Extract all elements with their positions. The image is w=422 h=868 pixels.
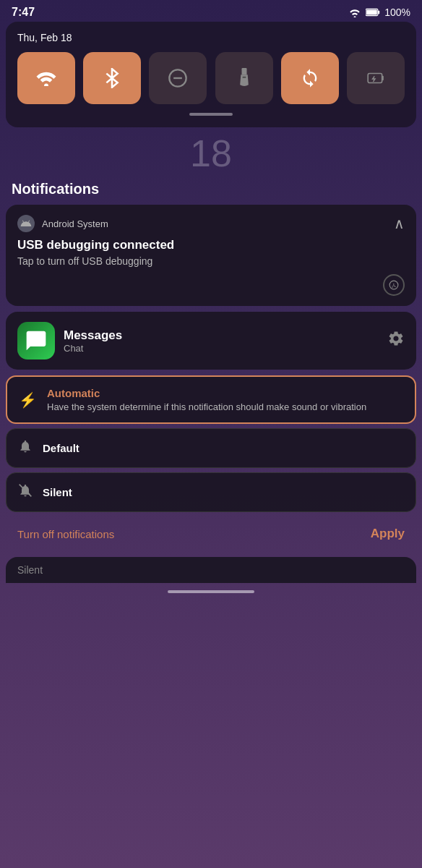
automatic-content: Automatic Have the system determine if t… xyxy=(47,387,403,412)
svg-point-4 xyxy=(44,84,48,86)
silent-title: Silent xyxy=(43,486,404,498)
turn-off-notifications-button[interactable]: Turn off notifications xyxy=(17,528,114,540)
messages-info: Messages Chat xyxy=(64,328,379,354)
qs-tile-flashlight[interactable] xyxy=(215,52,273,104)
notif-title: USB debugging connected xyxy=(17,238,405,252)
status-icons: 100% xyxy=(348,7,410,18)
qs-wifi-icon xyxy=(36,70,56,86)
android-system-app-name: Android System xyxy=(42,218,108,229)
qs-flashlight-icon xyxy=(236,68,252,88)
default-content: Default xyxy=(43,442,404,454)
snooze-button[interactable]: z xyxy=(383,274,405,296)
messages-settings-button[interactable] xyxy=(387,330,405,352)
svg-rect-7 xyxy=(241,68,246,75)
android-system-icon xyxy=(17,215,35,232)
qs-date: Thu, Feb 18 xyxy=(17,32,72,43)
svg-rect-2 xyxy=(366,10,377,15)
apply-button[interactable]: Apply xyxy=(371,527,405,541)
bottom-actions-bar: Turn off notifications Apply xyxy=(6,516,416,551)
notif-option-default[interactable]: Default xyxy=(6,428,416,468)
qs-tile-battery-saver[interactable] xyxy=(347,52,405,104)
messages-app-name: Messages xyxy=(64,328,379,343)
qs-page-indicator xyxy=(189,113,233,116)
svg-rect-8 xyxy=(242,77,246,78)
notif-expand-icon[interactable]: ∧ xyxy=(394,215,405,232)
svg-point-0 xyxy=(354,16,356,17)
qs-header: Thu, Feb 18 xyxy=(17,32,405,43)
battery-percent: 100% xyxy=(384,7,410,18)
messages-notif-header: Messages Chat xyxy=(6,312,416,370)
silent-content: Silent xyxy=(43,486,404,498)
qs-tiles-row xyxy=(17,52,405,104)
svg-rect-9 xyxy=(368,74,382,83)
messages-app-icon xyxy=(17,322,55,359)
notif-app-info: Android System xyxy=(17,215,108,232)
android-system-notification[interactable]: Android System ∧ USB debugging connected… xyxy=(6,205,416,306)
battery-icon xyxy=(366,7,380,17)
notif-option-silent[interactable]: Silent xyxy=(6,472,416,512)
messages-notification[interactable]: Messages Chat xyxy=(6,312,416,370)
svg-rect-6 xyxy=(174,77,183,79)
notif-body: Tap to turn off USB debugging xyxy=(17,255,405,267)
wifi-icon xyxy=(348,7,361,17)
automatic-desc: Have the system determine if this notifi… xyxy=(47,401,403,412)
qs-tile-rotate[interactable] xyxy=(281,52,339,104)
automatic-title: Automatic xyxy=(47,387,403,399)
qs-bluetooth-icon xyxy=(104,68,120,88)
qs-tile-bluetooth[interactable] xyxy=(83,52,141,104)
notif-app-header: Android System ∧ xyxy=(17,215,405,232)
svg-rect-3 xyxy=(378,11,379,14)
svg-rect-10 xyxy=(382,76,384,81)
automatic-icon: ⚡ xyxy=(19,391,37,409)
notif-snooze-area: z xyxy=(17,274,405,296)
qs-battery-saver-icon xyxy=(366,69,385,88)
messages-subtitle: Chat xyxy=(64,343,379,354)
default-title: Default xyxy=(43,442,404,454)
notifications-section-label: Notifications xyxy=(0,176,422,205)
partial-notification: Silent xyxy=(6,557,416,583)
partial-text: Silent xyxy=(17,564,43,576)
default-bell-icon xyxy=(18,439,33,457)
quick-settings-panel: Thu, Feb 18 xyxy=(6,22,416,127)
qs-rotate-icon xyxy=(300,68,320,88)
date-number: 18 xyxy=(0,132,422,175)
time-display: 7:47 xyxy=(12,6,35,19)
status-bar: 7:47 100% xyxy=(0,0,422,22)
home-indicator[interactable] xyxy=(168,590,254,593)
silent-bell-icon xyxy=(18,483,33,501)
qs-tile-dnd[interactable] xyxy=(149,52,207,104)
qs-dnd-icon xyxy=(168,68,188,88)
notif-option-automatic[interactable]: ⚡ Automatic Have the system determine if… xyxy=(6,375,416,424)
qs-tile-wifi[interactable] xyxy=(17,52,75,104)
